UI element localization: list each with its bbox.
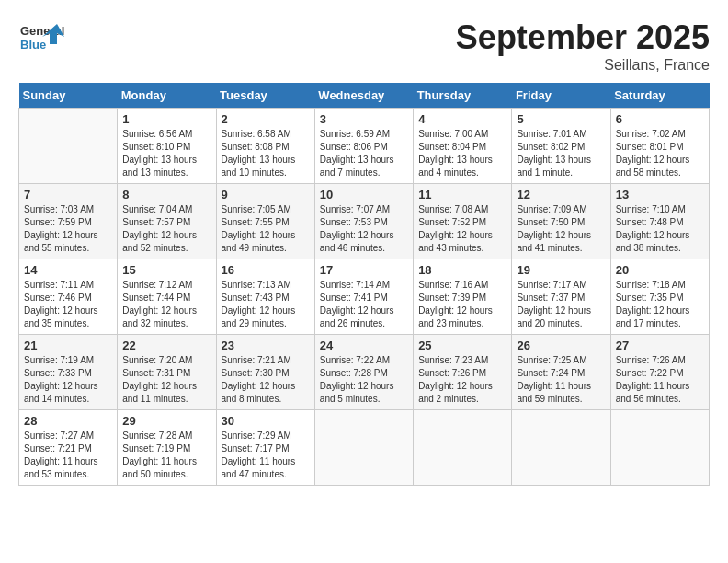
empty-cell [512,410,610,486]
day-info: Sunrise: 7:09 AM Sunset: 7:50 PM Dayligh… [517,203,605,255]
day-info: Sunrise: 7:16 AM Sunset: 7:39 PM Dayligh… [418,279,506,330]
day-info: Sunrise: 7:27 AM Sunset: 7:21 PM Dayligh… [24,430,112,481]
sunset-text: Sunset: 7:21 PM [24,443,92,454]
daylight-text: Daylight: 12 hours and 26 minutes. [320,305,394,328]
day-info: Sunrise: 7:03 AM Sunset: 7:59 PM Dayligh… [24,203,112,255]
day-number: 9 [222,188,310,201]
day-number: 7 [24,188,112,201]
day-cell-1: 1 Sunrise: 6:56 AM Sunset: 8:10 PM Dayli… [118,109,216,184]
day-cell-25: 25 Sunrise: 7:23 AM Sunset: 7:26 PM Dayl… [414,335,512,410]
sunset-text: Sunset: 7:41 PM [320,293,388,303]
day-info: Sunrise: 6:56 AM Sunset: 8:10 PM Dayligh… [122,128,210,179]
day-cell-29: 29 Sunrise: 7:28 AM Sunset: 7:19 PM Dayl… [118,410,216,486]
calendar-table: SundayMondayTuesdayWednesdayThursdayFrid… [18,83,710,486]
day-cell-30: 30 Sunrise: 7:29 AM Sunset: 7:17 PM Dayl… [216,410,314,486]
week-row-4: 21 Sunrise: 7:19 AM Sunset: 7:33 PM Dayl… [19,335,710,410]
sunrise-text: Sunrise: 7:03 AM [24,204,94,214]
day-number: 15 [122,263,210,277]
daylight-text: Daylight: 12 hours and 49 minutes. [222,230,296,253]
day-number: 2 [222,112,310,126]
week-row-5: 28 Sunrise: 7:27 AM Sunset: 7:21 PM Dayl… [19,410,710,486]
sunrise-text: Sunrise: 7:27 AM [24,431,94,441]
sunrise-text: Sunrise: 7:19 AM [24,355,94,365]
sunset-text: Sunset: 7:22 PM [616,368,684,378]
daylight-text: Daylight: 12 hours and 38 minutes. [616,230,690,253]
day-cell-13: 13 Sunrise: 7:10 AM Sunset: 7:48 PM Dayl… [610,184,709,259]
daylight-text: Daylight: 12 hours and 17 minutes. [616,305,690,328]
day-number: 19 [517,263,605,277]
day-info: Sunrise: 6:59 AM Sunset: 8:06 PM Dayligh… [320,128,408,179]
day-number: 28 [24,414,112,428]
day-cell-9: 9 Sunrise: 7:05 AM Sunset: 7:55 PM Dayli… [216,184,314,259]
daylight-text: Daylight: 12 hours and 20 minutes. [517,305,591,328]
daylight-text: Daylight: 12 hours and 2 minutes. [418,381,493,404]
day-number: 21 [24,339,112,352]
sunrise-text: Sunrise: 7:18 AM [616,280,686,290]
sunrise-text: Sunrise: 7:21 AM [222,355,291,365]
logo: General Blue [18,18,64,59]
sunset-text: Sunset: 7:48 PM [616,217,684,227]
week-row-1: 1 Sunrise: 6:56 AM Sunset: 8:10 PM Dayli… [19,109,710,184]
empty-cell [19,109,118,184]
day-info: Sunrise: 7:18 AM Sunset: 7:35 PM Dayligh… [616,279,704,330]
sunrise-text: Sunrise: 7:11 AM [24,280,94,290]
sunset-text: Sunset: 7:39 PM [418,293,486,303]
sunrise-text: Sunrise: 7:28 AM [122,431,192,441]
day-number: 29 [122,414,210,428]
day-info: Sunrise: 7:28 AM Sunset: 7:19 PM Dayligh… [122,430,210,481]
svg-text:Blue: Blue [20,38,46,52]
day-cell-16: 16 Sunrise: 7:13 AM Sunset: 7:43 PM Dayl… [216,259,314,335]
daylight-text: Daylight: 12 hours and 5 minutes. [320,381,394,404]
sunrise-text: Sunrise: 7:20 AM [122,355,192,365]
sunrise-text: Sunrise: 6:56 AM [122,129,192,139]
sunset-text: Sunset: 7:35 PM [616,293,684,303]
day-info: Sunrise: 7:10 AM Sunset: 7:48 PM Dayligh… [616,203,704,255]
daylight-text: Daylight: 12 hours and 11 minutes. [122,381,197,404]
week-row-2: 7 Sunrise: 7:03 AM Sunset: 7:59 PM Dayli… [19,184,710,259]
day-cell-14: 14 Sunrise: 7:11 AM Sunset: 7:46 PM Dayl… [19,259,118,335]
location: Seillans, France [456,57,710,74]
day-info: Sunrise: 7:14 AM Sunset: 7:41 PM Dayligh… [320,279,408,330]
daylight-text: Daylight: 13 hours and 7 minutes. [320,155,394,178]
week-row-3: 14 Sunrise: 7:11 AM Sunset: 7:46 PM Dayl… [19,259,710,335]
day-cell-7: 7 Sunrise: 7:03 AM Sunset: 7:59 PM Dayli… [19,184,118,259]
day-number: 26 [517,339,605,352]
day-info: Sunrise: 7:11 AM Sunset: 7:46 PM Dayligh… [24,279,112,330]
day-info: Sunrise: 7:02 AM Sunset: 8:01 PM Dayligh… [616,128,704,179]
day-info: Sunrise: 7:29 AM Sunset: 7:17 PM Dayligh… [222,430,310,481]
day-number: 22 [122,339,210,352]
sunset-text: Sunset: 7:55 PM [222,217,290,227]
daylight-text: Daylight: 12 hours and 55 minutes. [24,230,98,253]
daylight-text: Daylight: 11 hours and 50 minutes. [122,456,197,479]
day-info: Sunrise: 7:07 AM Sunset: 7:53 PM Dayligh… [320,203,408,255]
page-header: General Blue September 2025 Seillans, Fr… [18,18,710,74]
sunrise-text: Sunrise: 6:59 AM [320,129,390,139]
sunset-text: Sunset: 7:52 PM [418,217,486,227]
day-info: Sunrise: 7:23 AM Sunset: 7:26 PM Dayligh… [418,354,506,406]
day-cell-26: 26 Sunrise: 7:25 AM Sunset: 7:24 PM Dayl… [512,335,610,410]
day-number: 13 [616,188,704,201]
daylight-text: Daylight: 13 hours and 4 minutes. [418,155,493,178]
header-day-saturday: Saturday [610,83,709,109]
day-info: Sunrise: 7:01 AM Sunset: 8:02 PM Dayligh… [517,128,605,179]
sunset-text: Sunset: 7:53 PM [320,217,388,227]
sunset-text: Sunset: 7:31 PM [122,368,190,378]
header-day-sunday: Sunday [19,83,118,109]
empty-cell [414,410,512,486]
day-number: 17 [320,263,408,277]
sunrise-text: Sunrise: 7:00 AM [418,129,488,139]
daylight-text: Daylight: 12 hours and 46 minutes. [320,230,394,253]
sunrise-text: Sunrise: 7:22 AM [320,355,390,365]
day-cell-6: 6 Sunrise: 7:02 AM Sunset: 8:01 PM Dayli… [610,109,709,184]
sunrise-text: Sunrise: 7:13 AM [222,280,291,290]
day-cell-18: 18 Sunrise: 7:16 AM Sunset: 7:39 PM Dayl… [414,259,512,335]
sunset-text: Sunset: 8:04 PM [418,142,486,152]
logo-svg: General Blue [18,18,64,59]
header-day-thursday: Thursday [414,83,512,109]
daylight-text: Daylight: 13 hours and 1 minute. [517,155,591,178]
sunrise-text: Sunrise: 7:23 AM [418,355,488,365]
day-number: 1 [122,112,210,126]
day-number: 20 [616,263,704,277]
sunrise-text: Sunrise: 7:25 AM [517,355,586,365]
day-info: Sunrise: 7:25 AM Sunset: 7:24 PM Dayligh… [517,354,605,406]
